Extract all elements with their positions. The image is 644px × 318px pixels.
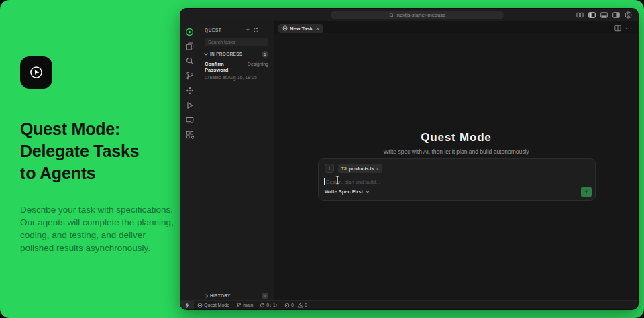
- warnings-icon: [297, 303, 303, 308]
- send-button[interactable]: [581, 187, 592, 197]
- file-name: products.ts: [349, 166, 374, 171]
- status-quest-mode[interactable]: Quest Mode: [194, 303, 233, 308]
- spec-mode-selector[interactable]: Write Spec First: [325, 189, 369, 195]
- task-description-input[interactable]: Design, plan and build...: [324, 178, 380, 185]
- add-context-button[interactable]: +: [325, 164, 334, 173]
- agents-icon[interactable]: [183, 86, 197, 95]
- sync-counts: 0↓ 1↑: [266, 303, 278, 307]
- activity-quest-icon[interactable]: [183, 27, 197, 36]
- lightning-icon: [184, 302, 190, 309]
- editor-actions: ···: [614, 25, 633, 32]
- history-section-header[interactable]: HISTORY 0: [199, 291, 274, 300]
- promo-heading-line: to Agents: [20, 162, 176, 184]
- more-actions-button[interactable]: ···: [262, 27, 268, 33]
- toggle-panel-icon[interactable]: [600, 11, 608, 19]
- app-logo: [20, 56, 52, 89]
- errors-icon: [284, 303, 290, 308]
- chevron-down-icon: [204, 51, 208, 55]
- project-search-bar[interactable]: nextjs-starter-medusa: [331, 11, 504, 19]
- editor-window: nextjs-starter-medusa: [180, 8, 639, 310]
- promo-panel: Quest Mode: Delegate Tasks to Agents Des…: [20, 56, 176, 254]
- arrow-up-icon: [584, 189, 589, 195]
- tab-new-task[interactable]: New Task ×: [278, 24, 323, 33]
- promo-card: Quest Mode: Delegate Tasks to Agents Des…: [0, 0, 644, 318]
- task-composer[interactable]: + TS products.ts × Design, plan and buil…: [318, 158, 596, 201]
- refresh-icon[interactable]: [253, 27, 259, 33]
- branch-name: main: [243, 303, 253, 307]
- toggle-primary-sidebar-icon[interactable]: [588, 11, 596, 19]
- remove-file-icon[interactable]: ×: [376, 166, 379, 171]
- customize-layout-icon[interactable]: [576, 11, 584, 19]
- status-mode-label: Quest Mode: [204, 303, 229, 307]
- search-icon[interactable]: [183, 56, 197, 66]
- mode-label: Write Spec First: [325, 189, 363, 195]
- status-branch[interactable]: main: [233, 302, 256, 308]
- quest-sidebar: QUEST + ··· Search tasks IN PROGRESS 1 C…: [199, 21, 274, 300]
- editor-content: Quest Mode Write spec with AI, then let …: [274, 33, 638, 300]
- status-problems[interactable]: 0 0: [281, 303, 311, 308]
- errors-count: 0: [291, 303, 294, 307]
- explorer-icon[interactable]: [183, 42, 197, 51]
- quest-panel-header: QUEST + ···: [199, 24, 274, 36]
- quest-status-icon: [197, 303, 203, 308]
- promo-heading-line: Quest Mode:: [20, 118, 176, 140]
- editor-main: New Task × ··· Quest Mode Write spec wit…: [274, 21, 638, 300]
- git-branch-icon: [236, 302, 241, 308]
- sync-icon: [260, 303, 265, 308]
- titlebar-actions: [576, 11, 632, 19]
- history-count-badge: 0: [262, 293, 268, 299]
- in-progress-count-badge: 1: [262, 51, 268, 58]
- task-status: Designing: [248, 62, 268, 66]
- quest-mode-hero: Quest Mode Write spec with AI, then let …: [274, 131, 638, 155]
- status-bar: Quest Mode main 0↓ 1↑: [180, 300, 638, 309]
- task-title: Confirm Password: [205, 61, 248, 73]
- activity-bar: [180, 21, 199, 300]
- remote-indicator[interactable]: [180, 301, 194, 309]
- source-control-icon[interactable]: [183, 71, 197, 81]
- toggle-secondary-sidebar-icon[interactable]: [612, 11, 620, 19]
- extensions-icon[interactable]: [183, 130, 197, 140]
- new-task-button[interactable]: +: [246, 27, 250, 33]
- split-editor-icon[interactable]: [614, 25, 621, 32]
- text-caret: [324, 178, 325, 185]
- panel-title: QUEST: [205, 28, 243, 32]
- promo-description: Describe your task with specifications. …: [20, 203, 176, 254]
- editor-tab-bar: New Task × ···: [274, 21, 638, 33]
- typescript-file-icon: TS: [341, 166, 347, 170]
- tab-label: New Task: [290, 25, 313, 32]
- file-context-chip[interactable]: TS products.ts ×: [338, 164, 382, 173]
- window-titlebar: nextjs-starter-medusa: [180, 9, 638, 21]
- chevron-down-icon: [366, 189, 370, 193]
- in-progress-section-header[interactable]: IN PROGRESS 1: [199, 49, 274, 59]
- more-actions-icon[interactable]: ···: [625, 25, 633, 32]
- hero-title: Quest Mode: [274, 131, 638, 144]
- warnings-count: 0: [305, 303, 307, 307]
- ibeam-cursor-icon: [335, 175, 340, 185]
- search-tasks-input[interactable]: Search tasks: [205, 38, 268, 46]
- remote-explorer-icon[interactable]: [183, 115, 197, 125]
- section-label: IN PROGRESS: [210, 52, 259, 56]
- quest-tab-icon: [282, 25, 288, 31]
- promo-heading-line: Delegate Tasks: [20, 140, 176, 162]
- compass-arrow-icon: [26, 62, 46, 83]
- status-sync[interactable]: 0↓ 1↑: [256, 303, 281, 308]
- task-list-item[interactable]: Confirm Password Designing Created at Au…: [199, 59, 274, 80]
- tab-close-icon[interactable]: ×: [316, 25, 319, 32]
- chevron-right-icon: [204, 294, 208, 298]
- promo-heading: Quest Mode: Delegate Tasks to Agents: [20, 118, 176, 184]
- run-debug-icon[interactable]: [183, 101, 197, 110]
- project-name: nextjs-starter-medusa: [397, 12, 446, 18]
- account-icon[interactable]: [625, 11, 632, 19]
- history-label: HISTORY: [210, 293, 259, 298]
- search-icon: [389, 13, 394, 18]
- task-created-at: Created at Aug 16, 18:05: [205, 75, 268, 80]
- hero-subtitle: Write spec with AI, then let it plan and…: [274, 148, 638, 155]
